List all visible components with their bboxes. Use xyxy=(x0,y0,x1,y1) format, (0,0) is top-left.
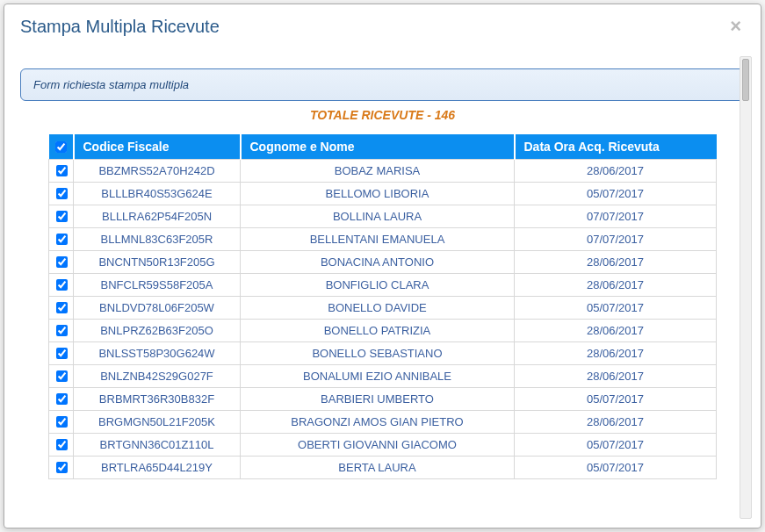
row-checkbox-cell xyxy=(49,457,74,479)
cell-codice-fiscale: BNLDVD78L06F205W xyxy=(74,297,241,320)
modal-body: Form richiesta stampa multipla TOTALE RI… xyxy=(4,47,761,528)
table-row: BNLPRZ62B63F205OBONELLO PATRIZIA28/06/20… xyxy=(49,320,717,342)
row-checkbox-cell xyxy=(49,160,74,183)
header-cognome-nome[interactable]: Cognome e Nome xyxy=(241,134,515,160)
scrollbar-thumb[interactable] xyxy=(742,59,749,101)
row-checkbox[interactable] xyxy=(56,302,68,313)
table-row: BNCNTN50R13F205GBONACINA ANTONIO28/06/20… xyxy=(49,251,717,274)
row-checkbox[interactable] xyxy=(56,370,68,382)
table-row: BLLMNL83C63F205RBELLENTANI EMANUELA07/07… xyxy=(49,228,717,251)
cell-codice-fiscale: BRTLRA65D44L219Y xyxy=(74,457,241,479)
table-row: BNLSST58P30G624WBONELLO SEBASTIANO28/06/… xyxy=(49,342,717,365)
cell-data-ricevuta: 28/06/2017 xyxy=(515,342,717,365)
cell-data-ricevuta: 28/06/2017 xyxy=(515,274,717,297)
cell-codice-fiscale: BLLMNL83C63F205R xyxy=(74,228,241,251)
cell-data-ricevuta: 07/07/2017 xyxy=(515,205,717,228)
row-checkbox-cell xyxy=(49,388,74,411)
row-checkbox[interactable] xyxy=(56,393,68,405)
cell-cognome-nome: OBERTI GIOVANNI GIACOMO xyxy=(241,434,515,457)
row-checkbox[interactable] xyxy=(56,416,68,428)
cell-codice-fiscale: BNLSST58P30G624W xyxy=(74,342,241,365)
cell-codice-fiscale: BNLZNB42S29G027F xyxy=(74,365,241,388)
table-row: BNFCLR59S58F205ABONFIGLIO CLARA28/06/201… xyxy=(49,274,717,297)
ricevute-table: Codice Fiscale Cognome e Nome Data Ora A… xyxy=(48,134,717,479)
cell-cognome-nome: BELLENTANI EMANUELA xyxy=(241,228,515,251)
row-checkbox-cell xyxy=(49,411,74,434)
modal-header: Stampa Multipla Ricevute × xyxy=(4,4,761,47)
cell-data-ricevuta: 05/07/2017 xyxy=(515,434,717,457)
cell-cognome-nome: BOBAZ MARISA xyxy=(241,160,515,183)
header-data-ricevuta[interactable]: Data Ora Acq. Ricevuta xyxy=(515,134,717,160)
row-checkbox-cell xyxy=(49,274,74,297)
cell-cognome-nome: BRAGONZI AMOS GIAN PIETRO xyxy=(241,411,515,434)
table-row: BLLLRA62P54F205NBOLLINA LAURA07/07/2017 xyxy=(49,205,717,228)
cell-cognome-nome: BONELLO SEBASTIANO xyxy=(241,342,515,365)
cell-codice-fiscale: BNLPRZ62B63F205O xyxy=(74,320,241,342)
close-icon[interactable]: × xyxy=(726,17,745,36)
cell-cognome-nome: BARBIERI UMBERTO xyxy=(241,388,515,411)
row-checkbox[interactable] xyxy=(56,165,68,176)
cell-codice-fiscale: BNCNTN50R13F205G xyxy=(74,251,241,274)
cell-data-ricevuta: 05/07/2017 xyxy=(515,457,717,479)
cell-data-ricevuta: 28/06/2017 xyxy=(515,251,717,274)
row-checkbox[interactable] xyxy=(56,348,68,359)
cell-codice-fiscale: BBZMRS52A70H242D xyxy=(74,160,241,183)
cell-cognome-nome: BONALUMI EZIO ANNIBALE xyxy=(241,365,515,388)
table-row: BRTLRA65D44L219YBERTA LAURA05/07/2017 xyxy=(49,457,717,479)
table-row: BBZMRS52A70H242DBOBAZ MARISA28/06/2017 xyxy=(49,160,717,183)
row-checkbox[interactable] xyxy=(56,439,68,450)
row-checkbox[interactable] xyxy=(56,188,68,199)
row-checkbox[interactable] xyxy=(56,256,68,268)
cell-codice-fiscale: BLLLRA62P54F205N xyxy=(74,205,241,228)
cell-data-ricevuta: 05/07/2017 xyxy=(515,297,717,320)
total-count-label: TOTALE RICEVUTE - 146 xyxy=(20,108,745,122)
table-row: BRGMGN50L21F205KBRAGONZI AMOS GIAN PIETR… xyxy=(49,411,717,434)
cell-data-ricevuta: 28/06/2017 xyxy=(515,365,717,388)
form-legend: Form richiesta stampa multipla xyxy=(20,68,745,101)
row-checkbox[interactable] xyxy=(56,279,68,291)
row-checkbox[interactable] xyxy=(56,325,68,336)
cell-codice-fiscale: BLLLBR40S53G624E xyxy=(74,183,241,205)
select-all-checkbox[interactable] xyxy=(55,141,67,153)
cell-cognome-nome: BELLOMO LIBORIA xyxy=(241,183,515,205)
cell-cognome-nome: BONACINA ANTONIO xyxy=(241,251,515,274)
header-checkbox-cell xyxy=(49,134,74,160)
row-checkbox[interactable] xyxy=(56,234,68,245)
cell-data-ricevuta: 05/07/2017 xyxy=(515,388,717,411)
cell-cognome-nome: BONELLO PATRIZIA xyxy=(241,320,515,342)
cell-codice-fiscale: BRGMGN50L21F205K xyxy=(74,411,241,434)
cell-cognome-nome: BOLLINA LAURA xyxy=(241,205,515,228)
cell-codice-fiscale: BRBMRT36R30B832F xyxy=(74,388,241,411)
cell-data-ricevuta: 05/07/2017 xyxy=(515,183,717,205)
row-checkbox-cell xyxy=(49,342,74,365)
row-checkbox-cell xyxy=(49,251,74,274)
table-row: BRTGNN36C01Z110LOBERTI GIOVANNI GIACOMO0… xyxy=(49,434,717,457)
cell-cognome-nome: BONELLO DAVIDE xyxy=(241,297,515,320)
row-checkbox[interactable] xyxy=(56,462,68,473)
cell-data-ricevuta: 28/06/2017 xyxy=(515,320,717,342)
cell-data-ricevuta: 28/06/2017 xyxy=(515,160,717,183)
row-checkbox[interactable] xyxy=(56,211,68,222)
row-checkbox-cell xyxy=(49,434,74,457)
cell-data-ricevuta: 28/06/2017 xyxy=(515,411,717,434)
table-row: BRBMRT36R30B832FBARBIERI UMBERTO05/07/20… xyxy=(49,388,717,411)
cell-cognome-nome: BONFIGLIO CLARA xyxy=(241,274,515,297)
modal-title: Stampa Multipla Ricevute xyxy=(20,17,220,37)
row-checkbox-cell xyxy=(49,320,74,342)
row-checkbox-cell xyxy=(49,228,74,251)
table-row: BLLLBR40S53G624EBELLOMO LIBORIA05/07/201… xyxy=(49,183,717,205)
cell-cognome-nome: BERTA LAURA xyxy=(241,457,515,479)
cell-data-ricevuta: 07/07/2017 xyxy=(515,228,717,251)
modal-dialog: Stampa Multipla Ricevute × Form richiest… xyxy=(4,4,761,528)
row-checkbox-cell xyxy=(49,297,74,320)
row-checkbox-cell xyxy=(49,365,74,388)
cell-codice-fiscale: BNFCLR59S58F205A xyxy=(74,274,241,297)
table-row: BNLDVD78L06F205WBONELLO DAVIDE05/07/2017 xyxy=(49,297,717,320)
cell-codice-fiscale: BRTGNN36C01Z110L xyxy=(74,434,241,457)
header-codice-fiscale[interactable]: Codice Fiscale xyxy=(74,134,241,160)
scrollbar[interactable] xyxy=(740,56,752,519)
row-checkbox-cell xyxy=(49,183,74,205)
row-checkbox-cell xyxy=(49,205,74,228)
table-row: BNLZNB42S29G027FBONALUMI EZIO ANNIBALE28… xyxy=(49,365,717,388)
